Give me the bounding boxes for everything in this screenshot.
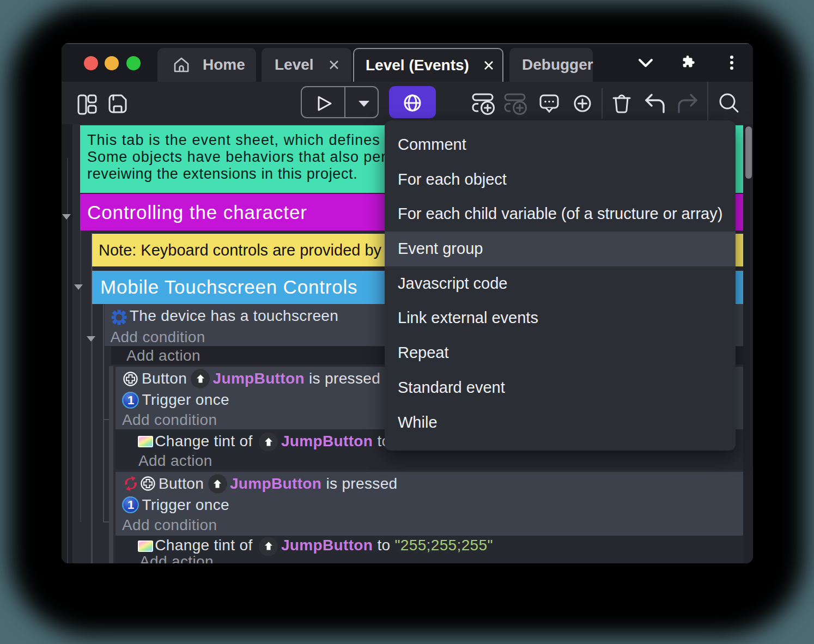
svg-text:1: 1 [127,498,134,512]
svg-text:1: 1 [127,393,134,407]
